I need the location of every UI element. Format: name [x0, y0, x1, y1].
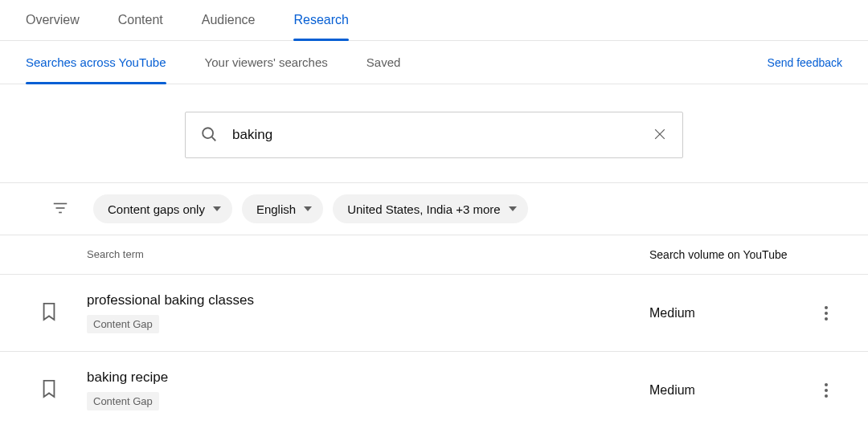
svg-line-1: [212, 137, 216, 141]
result-row: baking recipe Content Gap Medium: [0, 352, 868, 428]
result-row: professional baking classes Content Gap …: [0, 275, 868, 352]
column-header-search-term[interactable]: Search term: [87, 248, 649, 261]
tab-your-viewers-searches[interactable]: Your viewers' searches: [205, 41, 328, 84]
tab-searches-across-youtube[interactable]: Searches across YouTube: [26, 41, 166, 84]
bookmark-icon[interactable]: [40, 301, 87, 325]
chip-region[interactable]: United States, India +3 more: [333, 194, 528, 223]
content-gap-badge: Content Gap: [87, 315, 159, 333]
send-feedback-link[interactable]: Send feedback: [768, 56, 842, 69]
volume-cell: Medium: [649, 383, 810, 398]
search-term[interactable]: professional baking classes: [87, 292, 649, 308]
filter-icon[interactable]: [51, 199, 69, 219]
row-menu-button[interactable]: [810, 383, 842, 398]
top-nav: Overview Content Audience Research: [0, 0, 868, 41]
chip-label: United States, India +3 more: [347, 202, 501, 216]
search-icon: [200, 125, 218, 145]
tab-research[interactable]: Research: [293, 0, 348, 40]
clear-icon[interactable]: [652, 126, 668, 145]
chevron-down-icon: [213, 206, 221, 211]
term-column: professional baking classes Content Gap: [87, 292, 649, 333]
search-container: [0, 84, 868, 182]
chip-label: English: [256, 202, 296, 216]
tab-overview[interactable]: Overview: [26, 0, 80, 40]
more-icon: [825, 306, 828, 321]
search-term[interactable]: baking recipe: [87, 370, 649, 386]
chip-language[interactable]: English: [242, 194, 323, 223]
term-column: baking recipe Content Gap: [87, 370, 649, 410]
chevron-down-icon: [509, 206, 517, 211]
tab-content[interactable]: Content: [118, 0, 163, 40]
results-header: Search term Search volume on YouTube: [0, 235, 868, 275]
tab-saved[interactable]: Saved: [366, 41, 401, 84]
sub-nav-row: Searches across YouTube Your viewers' se…: [0, 41, 868, 84]
search-box[interactable]: [185, 112, 683, 158]
svg-point-0: [203, 128, 213, 138]
search-input[interactable]: [232, 127, 652, 143]
tab-audience[interactable]: Audience: [202, 0, 256, 40]
row-menu-button[interactable]: [810, 306, 842, 321]
bookmark-icon[interactable]: [40, 378, 87, 402]
column-header-search-volume[interactable]: Search volume on YouTube: [649, 248, 810, 261]
chip-content-gaps[interactable]: Content gaps only: [93, 194, 232, 223]
filters-bar: Content gaps only English United States,…: [0, 182, 868, 235]
sub-nav: Searches across YouTube Your viewers' se…: [26, 41, 439, 84]
volume-cell: Medium: [649, 306, 810, 321]
more-icon: [825, 383, 828, 398]
content-gap-badge: Content Gap: [87, 392, 159, 410]
chevron-down-icon: [304, 206, 312, 211]
chip-label: Content gaps only: [108, 202, 205, 216]
